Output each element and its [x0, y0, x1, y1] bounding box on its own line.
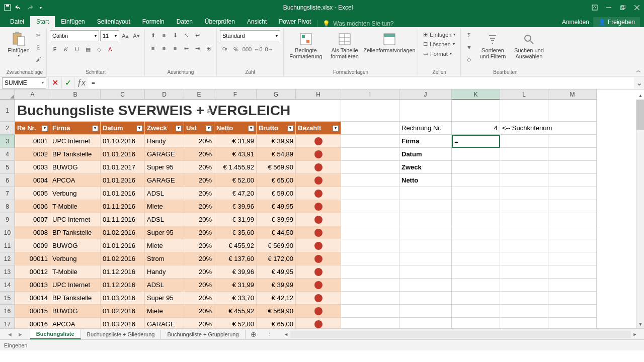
- cell-netto[interactable]: € 31,99: [214, 279, 257, 292]
- cell-nr[interactable]: 00016: [15, 318, 50, 328]
- cell[interactable]: [548, 148, 597, 161]
- cell-brutto[interactable]: € 172,00: [257, 252, 296, 265]
- cell[interactable]: [548, 213, 597, 226]
- row-header-13[interactable]: 13: [0, 265, 15, 279]
- cell-datum[interactable]: 01.01.2016: [101, 174, 145, 187]
- column-header-C[interactable]: C: [101, 89, 145, 100]
- cell[interactable]: [341, 265, 399, 279]
- cell-ust[interactable]: 20%: [184, 279, 214, 292]
- cell[interactable]: [500, 213, 548, 226]
- cell-brutto[interactable]: € 65,00: [257, 318, 296, 328]
- wrap-text-icon[interactable]: ↩: [192, 30, 202, 40]
- cell-zweck[interactable]: Super 95: [145, 292, 184, 305]
- cell[interactable]: [548, 279, 597, 292]
- cell-ust[interactable]: 20%: [184, 265, 214, 279]
- cell-nr[interactable]: 0004: [15, 174, 50, 187]
- row-header-5[interactable]: 5: [0, 161, 15, 174]
- cell-brutto[interactable]: € 59,00: [257, 187, 296, 200]
- cell[interactable]: [452, 305, 500, 318]
- cell-nr[interactable]: 00011: [15, 252, 50, 265]
- cell[interactable]: [548, 100, 597, 122]
- cell-ust[interactable]: 20%: [184, 135, 214, 148]
- fill-icon[interactable]: ▼: [464, 42, 474, 52]
- percent-icon[interactable]: %: [231, 44, 241, 54]
- cell[interactable]: [452, 200, 500, 213]
- tab-data[interactable]: Daten: [171, 16, 199, 27]
- cell-datum[interactable]: 01.12.2016: [101, 265, 145, 279]
- cell[interactable]: [500, 252, 548, 265]
- cell[interactable]: [500, 265, 548, 279]
- cell-nr[interactable]: 00015: [15, 305, 50, 318]
- decrease-font-icon[interactable]: A▾: [131, 31, 141, 41]
- cell[interactable]: [452, 187, 500, 200]
- paste-button[interactable]: Einfügen▾: [6, 30, 31, 59]
- cell[interactable]: [548, 161, 597, 174]
- lookup-value-zweck[interactable]: [452, 161, 500, 174]
- cell[interactable]: [548, 252, 597, 265]
- cell-firma[interactable]: BP Tankstelle: [50, 226, 101, 239]
- cell-zweck[interactable]: ADSL: [145, 213, 184, 226]
- cell-ust[interactable]: 20%: [184, 226, 214, 239]
- cell-styles-button[interactable]: Zellenformatvorlagen: [364, 30, 415, 54]
- cell-netto[interactable]: € 137,60: [214, 252, 257, 265]
- cell-zweck[interactable]: ADSL: [145, 187, 184, 200]
- row-header-8[interactable]: 8: [0, 200, 15, 213]
- cell-ust[interactable]: 20%: [184, 305, 214, 318]
- row-header-6[interactable]: 6: [0, 174, 15, 187]
- cell-datum[interactable]: 01.02.2016: [101, 305, 145, 318]
- cell[interactable]: [341, 252, 399, 265]
- thousands-icon[interactable]: 000: [242, 44, 252, 54]
- cell-zweck[interactable]: Miete: [145, 239, 184, 252]
- cell-netto[interactable]: € 31,99: [214, 213, 257, 226]
- cell-firma[interactable]: BUWOG: [50, 239, 101, 252]
- cell[interactable]: [341, 161, 399, 174]
- cell[interactable]: [399, 100, 452, 122]
- lookup-value-firma[interactable]: =: [452, 135, 500, 148]
- tab-file[interactable]: Datei: [4, 16, 30, 27]
- name-box[interactable]: SUMME▾: [2, 77, 46, 88]
- table-header-5[interactable]: Netto▾: [214, 122, 257, 135]
- cell-firma[interactable]: UPC Internet: [50, 213, 101, 226]
- cell-bezahlt[interactable]: [296, 318, 341, 328]
- cell-bezahlt[interactable]: [296, 226, 341, 239]
- font-name-combo[interactable]: Calibri▾: [50, 30, 99, 41]
- cell-firma[interactable]: Verbung: [50, 252, 101, 265]
- share-button[interactable]: 👤Freigeben: [593, 17, 640, 27]
- cell-bezahlt[interactable]: [296, 200, 341, 213]
- cell-datum[interactable]: 01.03.2016: [101, 292, 145, 305]
- cell-datum[interactable]: 01.12.2016: [101, 279, 145, 292]
- sheet-tab-1[interactable]: Buchungsliste: [30, 329, 81, 339]
- cell-brutto[interactable]: € 569,90: [257, 239, 296, 252]
- cell[interactable]: [500, 148, 548, 161]
- row-header-9[interactable]: 9: [0, 213, 15, 226]
- cell[interactable]: [452, 239, 500, 252]
- cell-zweck[interactable]: GARAGE: [145, 148, 184, 161]
- cell[interactable]: [548, 305, 597, 318]
- cell-nr[interactable]: 0005: [15, 187, 50, 200]
- cell-datum[interactable]: 01.01.2016: [101, 239, 145, 252]
- cell-ust[interactable]: 20%: [184, 200, 214, 213]
- font-color-icon[interactable]: A: [105, 44, 115, 54]
- lookup-label-zweck[interactable]: Zweck: [399, 161, 452, 174]
- cell[interactable]: [500, 200, 548, 213]
- cell[interactable]: [500, 292, 548, 305]
- cell[interactable]: [452, 213, 500, 226]
- row-header-1[interactable]: 1: [0, 100, 15, 122]
- row-header-12[interactable]: 12: [0, 252, 15, 265]
- cell-ust[interactable]: 20%: [184, 174, 214, 187]
- cell[interactable]: [548, 187, 597, 200]
- cell-bezahlt[interactable]: [296, 279, 341, 292]
- expand-formula-bar-icon[interactable]: ⌄: [634, 78, 644, 87]
- fill-color-icon[interactable]: ◇: [94, 44, 104, 54]
- column-header-A[interactable]: A: [15, 89, 50, 100]
- cell[interactable]: [452, 279, 500, 292]
- sheet-tab-3[interactable]: Buchungsliste + Gruppierung: [161, 330, 245, 339]
- close-icon[interactable]: [630, 0, 644, 15]
- lookup-label-firma[interactable]: Firma: [399, 135, 452, 148]
- align-top-icon[interactable]: ⬆: [148, 30, 158, 40]
- cell[interactable]: [399, 226, 452, 239]
- cell-bezahlt[interactable]: [296, 252, 341, 265]
- format-cells-button[interactable]: ▭Format▾: [421, 49, 454, 58]
- italic-button[interactable]: K: [61, 44, 71, 54]
- cell-datum[interactable]: 01.01.2016: [101, 148, 145, 161]
